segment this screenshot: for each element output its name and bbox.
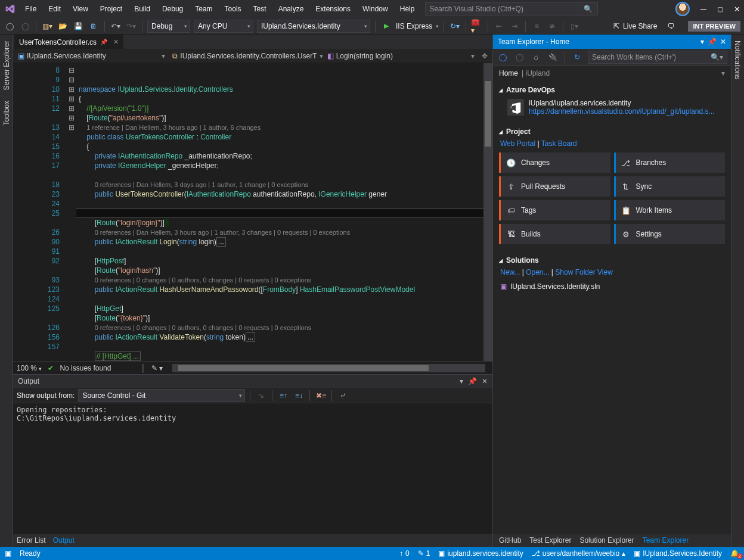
chevron-down-icon[interactable]: ▾: [721, 69, 725, 77]
tile-tags[interactable]: 🏷Tags: [499, 200, 610, 220]
menu-search-input[interactable]: Search Visual Studio (Ctrl+Q)🔍: [425, 2, 598, 15]
folder-view-link[interactable]: Show Folder View: [555, 268, 613, 276]
close-tab-icon[interactable]: ✕: [113, 38, 119, 46]
status-repo[interactable]: ▣iupland.services.identity: [438, 549, 523, 558]
tile-sync[interactable]: ⇅Sync: [614, 176, 726, 197]
pending-changes[interactable]: ✎1: [418, 549, 430, 558]
unpushed-commits[interactable]: ↑0: [399, 549, 410, 558]
refresh-icon[interactable]: ↻▾: [449, 20, 461, 32]
indent-icon[interactable]: ⇤: [493, 20, 505, 32]
code-area[interactable]: namespace IUpland.Services.Identity.Cont…: [76, 63, 492, 361]
menu-test[interactable]: Test: [249, 2, 271, 15]
menu-tools[interactable]: Tools: [220, 2, 246, 15]
code-editor[interactable]: 89101112 1314151617 18232425 26909192 93…: [13, 63, 492, 361]
clear-icon[interactable]: ✖≡: [315, 390, 327, 402]
tab-github[interactable]: GitHub: [499, 536, 521, 545]
back-icon[interactable]: ◯: [4, 20, 16, 32]
te-refresh-icon[interactable]: ↻: [571, 51, 583, 63]
te-back-icon[interactable]: ◯: [497, 51, 509, 63]
bookmark-icon[interactable]: ▯▾: [568, 20, 580, 32]
te-home-icon[interactable]: ⌂: [530, 51, 542, 63]
solution-item[interactable]: ▣ IUpland.Services.Identity.sln: [499, 280, 725, 293]
dropdown-icon[interactable]: ▾: [460, 377, 463, 385]
wrap-icon[interactable]: ⤶: [337, 390, 349, 402]
tab-output[interactable]: Output: [53, 536, 75, 545]
editor-hscrollbar[interactable]: [172, 364, 485, 372]
pin-panel-icon[interactable]: 📌: [468, 377, 477, 385]
menu-window[interactable]: Window: [358, 2, 393, 15]
redo-icon[interactable]: ↷▾: [125, 20, 137, 32]
tile-builds[interactable]: 🏗Builds: [499, 224, 610, 244]
te-connect-icon[interactable]: 🔌: [547, 51, 559, 63]
close-panel-icon[interactable]: ✕: [482, 377, 488, 385]
run-button[interactable]: ▶: [380, 20, 392, 32]
uncomment-icon[interactable]: ≢: [546, 20, 558, 32]
open-link[interactable]: Open...: [526, 268, 549, 276]
startup-combo[interactable]: IUpland.Services.Identity: [257, 20, 370, 33]
tab-solution-explorer[interactable]: Solution Explorer: [579, 536, 634, 545]
tile-settings[interactable]: ⚙Settings: [614, 224, 726, 244]
menu-debug[interactable]: Debug: [157, 2, 188, 15]
nav-project-combo[interactable]: ▣ IUpland.Services.Identity▾: [16, 52, 168, 60]
live-share-button[interactable]: ⇱Live Share 🗨: [609, 22, 680, 30]
save-all-icon[interactable]: 🗎: [88, 20, 100, 32]
dropdown-icon[interactable]: ▾: [700, 38, 704, 46]
web-portal-link[interactable]: Web Portal: [500, 139, 535, 148]
goto-icon[interactable]: ↘: [255, 390, 267, 402]
server-explorer-tab[interactable]: Server Explorer: [1, 38, 11, 92]
toolbox-icon[interactable]: 🧰▾: [471, 20, 483, 32]
tile-branches[interactable]: ⎇Branches: [614, 153, 726, 173]
platform-combo[interactable]: Any CPU: [194, 20, 253, 33]
menu-project[interactable]: Project: [95, 2, 127, 15]
repo-url-link[interactable]: https://danhellem.visualstudio.com/iUpla…: [529, 107, 715, 116]
forward-icon[interactable]: ◯: [19, 20, 31, 32]
notification-bell[interactable]: 🔔2: [730, 549, 739, 558]
menu-view[interactable]: View: [68, 2, 93, 15]
tab-team-explorer[interactable]: Team Explorer: [643, 536, 689, 545]
split-editor-icon[interactable]: ✥: [479, 52, 490, 60]
menu-extensions[interactable]: Extensions: [311, 2, 355, 15]
pin-icon[interactable]: 📌: [100, 39, 107, 45]
config-combo[interactable]: Debug: [147, 20, 190, 33]
minimize-button[interactable]: ─: [700, 4, 706, 14]
comment-icon[interactable]: ≡: [531, 20, 542, 32]
open-icon[interactable]: 📂: [57, 20, 69, 32]
te-azure-head[interactable]: Azure DevOps: [499, 83, 725, 97]
te-solutions-head[interactable]: Solutions: [499, 254, 725, 267]
close-icon[interactable]: ✕: [720, 38, 726, 46]
nav-class-combo[interactable]: ⧉ IUpland.Services.Identity.Controllers.…: [170, 52, 322, 60]
tile-changes[interactable]: 🕓Changes: [499, 153, 610, 173]
tile-pull-requests[interactable]: ⇪Pull Requests: [499, 176, 610, 197]
next-msg-icon[interactable]: ≡↓: [293, 390, 305, 402]
toolbox-tab[interactable]: Toolbox: [1, 98, 11, 127]
notifications-tab[interactable]: Notifications: [733, 38, 743, 82]
tab-test-explorer[interactable]: Test Explorer: [529, 536, 571, 545]
document-tab[interactable]: UserTokensController.cs 📌 ✕: [14, 35, 123, 49]
menu-analyze[interactable]: Analyze: [274, 2, 309, 15]
new-link[interactable]: New...: [500, 268, 520, 276]
new-project-icon[interactable]: ▥▾: [41, 20, 53, 32]
status-project[interactable]: ▣IUpland.Services.Identity: [634, 549, 722, 558]
outdent-icon[interactable]: ⇥: [509, 20, 520, 32]
output-source-combo[interactable]: Source Control - Git: [78, 389, 245, 402]
menu-team[interactable]: Team: [190, 2, 217, 15]
nav-member-combo[interactable]: ◧ Login(string login)▾: [325, 52, 477, 60]
feedback-icon[interactable]: 🗨: [668, 22, 675, 30]
prev-msg-icon[interactable]: ≡↑: [277, 390, 289, 402]
run-target[interactable]: IIS Express: [396, 22, 432, 30]
status-branch[interactable]: ⎇users/danhellem/weebio ▴: [532, 549, 625, 558]
task-board-link[interactable]: Task Board: [541, 139, 577, 148]
menu-help[interactable]: Help: [395, 2, 420, 15]
menu-file[interactable]: File: [20, 2, 41, 15]
close-button[interactable]: ✕: [734, 5, 740, 14]
te-search-input[interactable]: Search Work Items (Ctrl+')🔍▾: [588, 51, 727, 64]
fold-column[interactable]: ⊟⊟⊞⊞⊞⊞⊞: [67, 63, 76, 361]
output-body[interactable]: Opening repositories: C:\GitRepos\iuplan…: [13, 403, 492, 534]
undo-icon[interactable]: ↶▾: [110, 20, 122, 32]
maximize-button[interactable]: ▢: [717, 5, 723, 13]
tile-work-items[interactable]: 📋Work Items: [614, 200, 726, 220]
zoom-combo[interactable]: 100 % ▾: [17, 364, 42, 372]
te-forward-icon[interactable]: ◯: [513, 51, 525, 63]
menu-edit[interactable]: Edit: [44, 2, 66, 15]
te-project-head[interactable]: Project: [499, 125, 725, 138]
